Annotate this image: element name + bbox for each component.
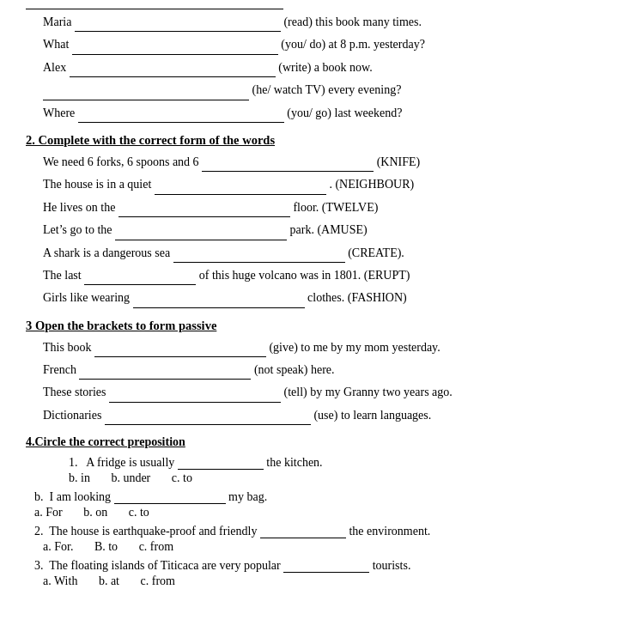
answer-blank[interactable] [70,64,276,77]
option-b-under[interactable]: b. under [111,471,150,484]
item-suffix: floor. (TWELVE) [293,201,378,214]
item-suffix: the environment. [349,525,430,538]
option-c-to-2[interactable]: c. to [129,506,149,519]
section2: 2. Complete with the correct form of the… [26,133,618,308]
item-suffix: clothes. (FASHION) [307,291,407,304]
options-3: a. With b. at c. from [26,574,618,588]
answer-blank[interactable] [78,109,284,123]
section3-title: 3 Open the brackets to form passive [26,319,618,333]
answer-blank[interactable] [260,525,346,538]
item-prefix: We need 6 forks, 6 spoons and 6 [43,155,202,168]
answer-blank[interactable] [72,41,278,55]
item-suffix: (you/ do) at 8 p.m. yesterday? [281,38,425,51]
option-b-on[interactable]: b. on [83,506,107,519]
option-B-to[interactable]: B. to [94,540,118,553]
item-prefix: Let’s go to the [43,223,115,236]
item-prefix: He lives on the [43,201,118,214]
item-prefix: Maria [43,15,75,28]
section3: 3 Open the brackets to form passive This… [26,319,618,426]
answer-blank[interactable] [79,366,251,380]
option-c-from-3[interactable]: c. from [141,574,175,587]
item-suffix: (CREATE). [348,246,404,259]
section1: Maria (read) this book many times. What … [26,13,618,123]
item-prefix: What [43,38,72,51]
item-prefix: Alex [43,61,70,74]
item-prefix: This book [43,341,94,354]
list-item: We need 6 forks, 6 spoons and 6 (KNIFE) [43,153,618,172]
item-suffix: (not speak) here. [254,363,335,376]
answer-blank[interactable] [178,456,264,470]
preposition-item-3: 3. The floating islands of Titicaca are … [26,559,618,573]
item-prefix: Dictionaries [43,409,105,422]
option-a-for-1[interactable]: a. For [34,506,63,519]
list-item: The house is in a quiet . (NEIGHBOUR) [43,175,618,194]
item-suffix: (write) a book now. [278,61,373,74]
answer-blank[interactable] [105,411,311,425]
item-suffix: (you/ go) last weekend? [287,106,402,119]
answer-blank[interactable] [114,490,226,504]
item-prefix: These stories [43,386,109,398]
list-item: He lives on the floor. (TWELVE) [43,198,618,217]
options-2: a. For. B. to c. from [26,540,618,554]
item-suffix: tourists. [373,559,411,572]
list-item: French (not speak) here. [43,361,618,380]
worksheet: Maria (read) this book many times. What … [26,9,618,588]
list-item: This book (give) to me by my mom yesterd… [43,338,618,357]
item-suffix: (tell) by my Granny two years ago. [283,386,452,398]
option-b-in[interactable]: b. in [69,471,90,484]
answer-blank[interactable] [75,18,281,32]
item-suffix: (KNIFE) [377,155,421,168]
answer-blank[interactable] [84,271,196,285]
list-item: Maria (read) this book many times. [43,13,618,32]
item-label: b. I am looking [34,490,111,503]
option-c-to[interactable]: c. to [172,471,192,484]
list-item: The last of this huge volcano was in 180… [43,266,618,285]
item-suffix: . (NEIGHBOUR) [329,178,414,191]
answer-blank[interactable] [118,204,290,217]
option-a-with[interactable]: a. With [43,574,77,587]
top-line [26,9,283,9]
item-suffix: (use) to learn languages. [313,409,431,422]
answer-blank[interactable] [155,181,326,195]
option-b-at[interactable]: b. at [99,574,119,587]
item-prefix: A shark is a dangerous sea [43,246,173,259]
option-c-from[interactable]: c. from [139,540,173,553]
preposition-item-1: 1. A fridge is usually the kitchen. [26,456,618,470]
item-suffix: (he/ watch TV) every evening? [252,83,402,96]
answer-blank[interactable] [173,249,345,263]
preposition-item-b: b. I am looking my bag. [26,490,618,504]
item-suffix: (give) to me by my mom yesterday. [269,341,440,354]
answer-blank[interactable] [94,343,266,357]
answer-blank[interactable] [283,559,369,573]
item-suffix: my bag. [228,490,267,503]
list-item: (he/ watch TV) every evening? [43,81,618,100]
list-item: Where (you/ go) last weekend? [43,104,618,123]
list-item: Let’s go to the park. (AMUSE) [43,221,618,240]
options-b: a. For b. on c. to [26,506,618,519]
list-item: What (you/ do) at 8 p.m. yesterday? [43,35,618,54]
answer-blank[interactable] [115,227,287,240]
item-suffix: park. (AMUSE) [290,223,368,236]
section2-title: 2. Complete with the correct form of the… [26,133,618,148]
item-suffix: (read) this book many times. [283,15,422,28]
answer-blank[interactable] [109,389,281,403]
list-item: Girls like wearing clothes. (FASHION) [43,289,618,307]
list-item: A shark is a dangerous sea (CREATE). [43,244,618,263]
list-item: These stories (tell) by my Granny two ye… [43,383,618,402]
item-prefix: The house is in a quiet [43,178,155,191]
item-prefix: French [43,363,79,376]
option-a-for-2[interactable]: a. For. [43,540,73,553]
answer-blank[interactable] [43,87,249,100]
answer-blank[interactable] [202,158,374,172]
preposition-item-2: 2. The house is earthquake-proof and fri… [26,525,618,538]
options-1: b. in b. under c. to [26,471,618,485]
item-num: 2. The house is earthquake-proof and fri… [34,525,260,538]
section4-title: 4.Circle the correct preposition [26,435,185,448]
answer-blank[interactable] [133,295,305,308]
item-prefix: Girls like wearing [43,291,133,304]
section4: 4.Circle the correct preposition 1. A fr… [26,435,618,588]
item-num: 1. A fridge is usually [69,456,178,469]
list-item: Alex (write) a book now. [43,58,618,77]
item-num: 3. The floating islands of Titicaca are … [34,559,283,572]
list-item: Dictionaries (use) to learn languages. [43,406,618,425]
